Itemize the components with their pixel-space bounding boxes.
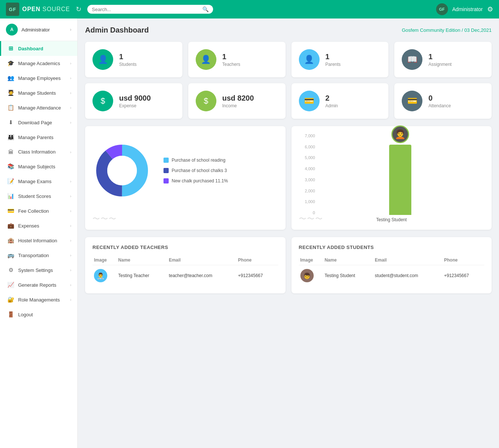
sidebar-item-role-managements[interactable]: 🔐 Role Managements › (0, 292, 77, 307)
sidebar-item-manage-students[interactable]: 🧑‍🎓 Manage Students › (0, 85, 77, 100)
teacher-name: Testing Teacher (117, 265, 168, 286)
admin-name: Administrator (452, 6, 483, 12)
sidebar-item-manage-exams[interactable]: 📝 Manage Exams › (0, 174, 77, 189)
stat-value-assignment: 1 (428, 53, 452, 61)
charts-row: Purchase of school reading Purchase of s… (85, 126, 492, 230)
stat-card-teachers: 👤 1 Teachers (188, 42, 286, 77)
stat-label-students: Students (119, 62, 136, 67)
topnav: GF OPEN SOURCE ↻ 🔍 GF Administrator ⚙ (0, 0, 499, 18)
stat-icon-teachers: 👤 (196, 49, 216, 70)
sidebar-item-manage-subjects[interactable]: 📚 Manage Subjects (0, 159, 77, 174)
stat-info-parents: 1 Parents (326, 53, 341, 67)
sidebar-item-manage-academics[interactable]: 🎓 Manage Academics › (0, 56, 77, 71)
sidebar-label-system-settings: System Settings (18, 267, 66, 273)
stat-card-admin: 💳 2 Admin (291, 83, 389, 119)
tables-row: RECENTLY ADDED TEACHERS ImageNameEmailPh… (85, 237, 492, 293)
sidebar-item-logout[interactable]: 🚪 Logout (0, 307, 77, 322)
search-icon: 🔍 (202, 6, 209, 12)
stat-info-teachers: 1 Teachers (222, 53, 240, 67)
legend-item: Purchase of school reading (163, 158, 228, 163)
sidebar-label-role-managements: Role Managements (18, 297, 66, 303)
stat-value-income: usd 8200 (222, 94, 254, 102)
stat-info-expense: usd 9000 Expense (119, 94, 151, 108)
sidebar-item-manage-employees[interactable]: 👥 Manage Employees › (0, 71, 77, 85)
bar-y-label: 6,000 (299, 145, 315, 149)
sidebar-icon-fee-collection: 💳 (7, 208, 14, 214)
sidebar-icon-logout: 🚪 (7, 311, 14, 318)
stat-value-students: 1 (119, 53, 136, 61)
sidebar-arrow-manage-exams: › (70, 179, 71, 183)
sidebar-item-hostel-information[interactable]: 🏨 Hostel Information › (0, 233, 77, 248)
stat-icon-income: $ (196, 91, 216, 111)
sidebar-item-dashboard[interactable]: ⊞ Dashboard (0, 41, 77, 56)
sidebar-item-expenses[interactable]: 💼 Expenses › (0, 218, 77, 233)
bar-chart-footer: 〜〜〜 (299, 214, 323, 224)
settings-icon[interactable]: ⚙ (487, 5, 493, 13)
sidebar-arrow-student-scores: › (70, 194, 71, 198)
stat-card-parents: 👤 1 Parents (291, 42, 389, 77)
sidebar-user-avatar: A (6, 24, 18, 36)
sidebar-item-fee-collection[interactable]: 💳 Fee Collection › (0, 203, 77, 218)
admin-avatar: GF (436, 3, 448, 15)
sidebar-icon-manage-parents: 👨‍👩‍👧 (7, 134, 14, 141)
stat-label-teachers: Teachers (222, 62, 240, 67)
table-row: 👨‍⚕️ Testing Teacher teacher@teacher.com… (92, 265, 278, 286)
search-input[interactable] (92, 7, 199, 12)
sidebar-label-hostel-information: Hostel Information (18, 238, 66, 243)
sidebar-arrow-transportation: › (70, 253, 71, 257)
logo-text: OPEN SOURCE (22, 6, 70, 13)
students-table-title: RECENTLY ADDED STUDENTS (299, 245, 485, 250)
content: Admin Dashboard Gosfem Community Edition… (78, 18, 499, 448)
bar-chart-card: 7,0006,0005,0004,0003,0002,0001,0000 🧑‍🦱… (291, 126, 492, 230)
logo: GF OPEN SOURCE (6, 3, 70, 16)
bar-y-label: 3,000 (299, 178, 315, 182)
sidebar-icon-manage-attendance: 📋 (7, 104, 14, 111)
sidebar-item-transportation[interactable]: 🚌 Transportation › (0, 248, 77, 263)
sidebar-icon-manage-exams: 📝 (7, 178, 14, 185)
legend-label: Purchase of school chalks 3 (172, 168, 227, 173)
students-col-header: Name (323, 255, 373, 265)
sidebar-item-class-information[interactable]: 🏛 Class Information › (0, 145, 77, 159)
teachers-col-header: Phone (237, 255, 278, 265)
stat-label-parents: Parents (326, 62, 341, 67)
donut-container: Purchase of school reading Purchase of s… (92, 134, 278, 200)
sidebar-item-download-page[interactable]: ⬇ Download Page › (0, 115, 77, 130)
sidebar-label-generate-reports: Generate Reports (18, 282, 66, 288)
sidebar-arrow-fee-collection: › (70, 209, 71, 213)
sidebar-label-class-information: Class Information (18, 149, 66, 155)
legend-dot (163, 158, 169, 163)
bar-y-label: 7,000 (299, 134, 315, 138)
students-table-card: RECENTLY ADDED STUDENTS ImageNameEmailPh… (291, 237, 492, 293)
teacher-avatar: 👨‍⚕️ (94, 269, 107, 282)
stat-value-expense: usd 9000 (119, 94, 151, 102)
sidebar-user[interactable]: A Administrator › (0, 18, 77, 41)
stat-icon-students: 👤 (92, 49, 113, 70)
stat-icon-attendance: 💳 (402, 91, 422, 111)
legend-dot (163, 168, 169, 173)
sidebar-item-student-scores[interactable]: 📊 Student Scores › (0, 189, 77, 203)
sidebar-icon-hostel-information: 🏨 (7, 237, 14, 244)
table-row: 👦 Testing Student student@student.com +9… (299, 265, 485, 286)
student-email: student@student.com (373, 265, 442, 286)
bar-avatar: 🧑‍🦱 (391, 125, 409, 143)
legend-label: Purchase of school reading (172, 158, 225, 163)
sidebar-item-manage-attendance[interactable]: 📋 Manage Attendance › (0, 100, 77, 115)
sidebar-icon-download-page: ⬇ (7, 119, 14, 126)
sidebar-icon-manage-subjects: 📚 (7, 163, 14, 170)
sidebar-item-generate-reports[interactable]: 📈 Generate Reports › (0, 277, 77, 292)
refresh-icon[interactable]: ↻ (76, 5, 81, 13)
sidebar-icon-class-information: 🏛 (7, 149, 14, 155)
stat-card-income: $ usd 8200 Income (188, 83, 286, 119)
sidebar-item-system-settings[interactable]: ⚙ System Settings › (0, 263, 77, 277)
stat-info-attendance: 0 Attendance (428, 94, 451, 108)
sidebar-arrow-download-page: › (70, 120, 71, 125)
sidebar-label-fee-collection: Fee Collection (18, 208, 66, 214)
stat-value-attendance: 0 (428, 94, 451, 102)
logo-icon: GF (6, 3, 19, 16)
sidebar-icon-role-managements: 🔐 (7, 296, 14, 303)
students-table: ImageNameEmailPhone 👦 Testing Student st… (299, 255, 485, 286)
sidebar-icon-student-scores: 📊 (7, 193, 14, 199)
sidebar-arrow-manage-students: › (70, 91, 71, 95)
sidebar-item-manage-parents[interactable]: 👨‍👩‍👧 Manage Parents (0, 130, 77, 145)
stat-icon-assignment: 📖 (402, 49, 422, 70)
